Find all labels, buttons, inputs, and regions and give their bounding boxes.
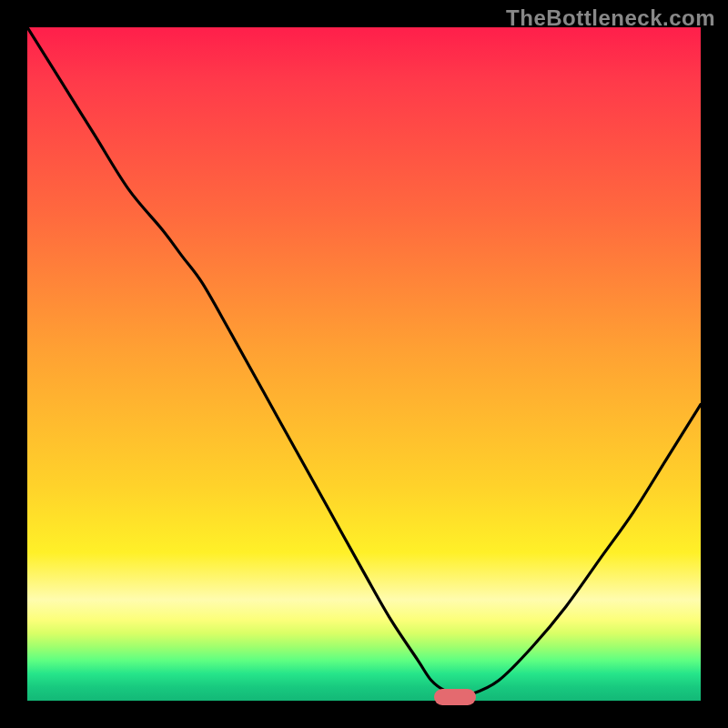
plot-area — [27, 27, 701, 701]
optimum-marker — [434, 689, 476, 705]
curve-svg — [27, 27, 701, 701]
watermark-text: TheBottleneck.com — [506, 5, 715, 31]
bottleneck-curve — [27, 27, 701, 695]
chart-frame: TheBottleneck.com — [0, 0, 728, 728]
